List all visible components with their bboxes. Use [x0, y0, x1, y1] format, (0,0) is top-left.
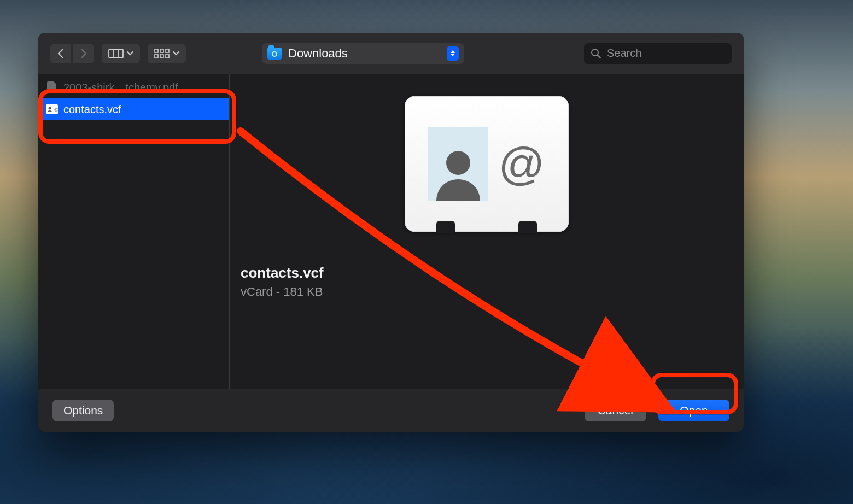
dialog-body: 2003-shirk…tchemy.pdf @ contacts.vcf	[38, 74, 744, 389]
updown-icon	[447, 46, 459, 61]
file-list-column: 2003-shirk…tchemy.pdf @ contacts.vcf	[38, 74, 230, 389]
svg-rect-8	[166, 55, 169, 58]
chevron-down-icon	[173, 51, 179, 56]
folder-icon	[267, 48, 282, 60]
chevron-left-icon	[57, 49, 65, 58]
file-row[interactable]: @ contacts.vcf	[38, 98, 229, 120]
dialog-toolbar: Downloads	[38, 33, 744, 74]
file-row[interactable]: 2003-shirk…tchemy.pdf	[38, 77, 229, 98]
vcard-file-icon: @	[46, 103, 58, 115]
chevron-down-icon	[127, 51, 133, 56]
pdf-file-icon	[46, 81, 58, 93]
columns-icon	[108, 49, 124, 58]
search-field[interactable]	[584, 43, 732, 64]
preview-column: @ contacts.vcf vCard - 181 KB	[230, 74, 744, 389]
nav-group	[50, 44, 94, 63]
svg-point-14	[446, 151, 470, 175]
at-sign-icon: @	[498, 138, 545, 191]
view-columns-button[interactable]	[102, 44, 140, 63]
preview-kind-size: vCard - 181 KB	[241, 285, 405, 299]
preview-filename: contacts.vcf	[241, 265, 405, 282]
cancel-button[interactable]: Cancel	[585, 400, 646, 421]
svg-point-9	[592, 49, 598, 56]
svg-line-10	[598, 55, 600, 58]
svg-point-12	[49, 107, 51, 110]
svg-rect-4	[155, 55, 158, 58]
svg-rect-6	[160, 55, 163, 58]
view-group-button[interactable]	[148, 44, 186, 63]
search-icon	[591, 48, 601, 59]
contact-silhouette-icon	[428, 127, 488, 201]
dialog-footer: Options Cancel Open	[38, 389, 744, 432]
options-button[interactable]: Options	[52, 400, 114, 421]
svg-rect-3	[155, 49, 158, 52]
nav-forward-button[interactable]	[73, 44, 94, 63]
open-file-dialog: Downloads 2003-shirk…tchemy.pdf	[38, 33, 744, 432]
svg-rect-0	[109, 49, 123, 58]
search-input[interactable]	[607, 47, 725, 60]
chevron-right-icon	[80, 49, 87, 58]
group-icon	[154, 49, 170, 58]
svg-text:@: @	[54, 107, 58, 112]
nav-back-button[interactable]	[50, 44, 71, 63]
vcard-preview-icon: @	[405, 96, 569, 232]
location-label: Downloads	[288, 46, 440, 61]
open-button[interactable]: Open	[658, 400, 729, 421]
preview-metadata: contacts.vcf vCard - 181 KB	[241, 265, 405, 299]
file-name: 2003-shirk…tchemy.pdf	[63, 81, 178, 94]
svg-rect-7	[166, 49, 169, 52]
location-popup[interactable]: Downloads	[262, 43, 464, 64]
svg-rect-5	[160, 49, 163, 52]
file-name: contacts.vcf	[63, 103, 121, 116]
